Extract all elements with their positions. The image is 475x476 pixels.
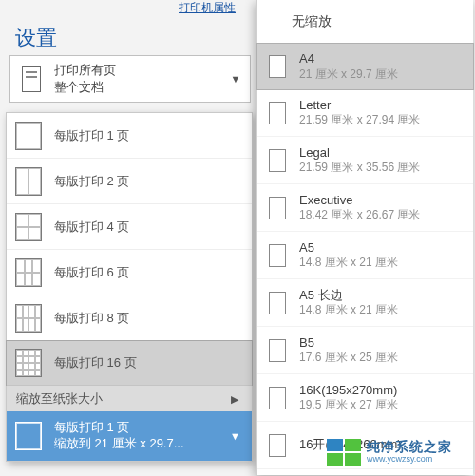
- paper-size-b5[interactable]: B517.6 厘米 x 25 厘米: [257, 327, 473, 374]
- paper-size-dim: 18.42 厘米 x 26.67 厘米: [299, 208, 420, 222]
- pages-8-icon: [12, 302, 45, 334]
- paper-size-name: Executive: [299, 193, 420, 208]
- paper-icon: [265, 429, 290, 462]
- paper-size-dim: 17.6 厘米 x 25 厘米: [299, 351, 398, 365]
- pages-1-icon: [12, 420, 45, 452]
- paper-size-name: A5: [299, 240, 398, 256]
- paper-icon: [265, 382, 290, 414]
- paper-size-dim: 21 厘米 x 29.7 厘米: [299, 67, 398, 82]
- pps-item-4[interactable]: 每版打印 4 页: [7, 204, 252, 250]
- pages-per-sheet-menu: 每版打印 1 页每版打印 2 页每版打印 4 页每版打印 6 页每版打印 8 页…: [6, 112, 253, 462]
- current-pps-line2: 缩放到 21 厘米 x 29.7...: [54, 436, 184, 452]
- paper-size-a5-[interactable]: A5 长边14.8 厘米 x 21 厘米: [257, 279, 473, 327]
- pages-1-icon: [12, 120, 45, 152]
- paper-size-16-184x260mm-[interactable]: 16开(184x260mm): [257, 422, 473, 469]
- chevron-down-icon: ▼: [230, 430, 246, 442]
- pps-item-2[interactable]: 每版打印 2 页: [7, 159, 252, 204]
- paper-icon: [265, 192, 290, 224]
- paper-size-dim: 21.59 厘米 x 27.94 厘米: [299, 113, 420, 127]
- current-pps-line1: 每版打印 1 页: [54, 420, 184, 436]
- pps-label: 每版打印 16 页: [54, 354, 137, 371]
- pages-6-icon: [12, 257, 45, 289]
- paper-size-a5[interactable]: A514.8 厘米 x 21 厘米: [257, 232, 473, 279]
- pages-4-icon: [12, 211, 45, 243]
- chevron-right-icon: ▶: [231, 393, 238, 406]
- pps-label: 每版打印 8 页: [54, 310, 129, 327]
- scale-to-paper-size-item[interactable]: 缩放至纸张大小▶: [7, 385, 252, 411]
- paper-size-16k-195x270mm-[interactable]: 16K(195x270mm)19.5 厘米 x 27 厘米: [257, 374, 473, 422]
- paper-size-letter[interactable]: Letter21.59 厘米 x 27.94 厘米: [257, 89, 473, 137]
- printer-properties-link[interactable]: 打印机属性: [179, 0, 236, 16]
- pages-2-icon: [12, 165, 45, 198]
- current-pps-dropdown[interactable]: 每版打印 1 页缩放到 21 厘米 x 29.7...▼: [7, 411, 252, 461]
- paper-icon: [265, 334, 290, 367]
- paper-icon: [265, 239, 290, 272]
- pages-16-icon: [12, 347, 45, 379]
- pps-label: 每版打印 4 页: [54, 219, 129, 236]
- pps-item-1[interactable]: 每版打印 1 页: [7, 113, 252, 159]
- pps-item-6[interactable]: 每版打印 6 页: [7, 250, 252, 295]
- paper-size-name: Legal: [299, 145, 420, 161]
- paper-size-dim: 19.5 厘米 x 27 厘米: [299, 398, 398, 412]
- paper-size-name: A4: [299, 51, 398, 67]
- paper-size-name: Letter: [299, 98, 420, 113]
- paper-size-name: B5: [299, 335, 398, 351]
- paper-size-a4[interactable]: A421 厘米 x 29.7 厘米: [256, 43, 474, 90]
- pps-label: 每版打印 2 页: [54, 173, 129, 190]
- print-range-line2: 整个文档: [54, 79, 221, 96]
- pps-label: 每版打印 1 页: [54, 127, 129, 144]
- paper-size-dim: 14.8 厘米 x 21 厘米: [299, 303, 398, 317]
- pps-item-8[interactable]: 每版打印 8 页: [7, 295, 252, 341]
- paper-size-executive[interactable]: Executive18.42 厘米 x 26.67 厘米: [257, 184, 473, 232]
- document-icon: [14, 56, 48, 102]
- no-scaling-header[interactable]: 无缩放: [257, 0, 473, 44]
- settings-heading: 设置: [15, 24, 57, 52]
- paper-size-name: 16开(184x260mm): [299, 437, 402, 452]
- paper-size-name: A5 长边: [299, 288, 398, 303]
- print-range-dropdown[interactable]: 打印所有页 整个文档 ▼: [10, 55, 251, 103]
- paper-size-name: 16K(195x270mm): [299, 383, 398, 398]
- pps-label: 每版打印 6 页: [54, 264, 129, 281]
- print-range-text: 打印所有页 整个文档: [48, 62, 221, 95]
- paper-icon: [265, 144, 290, 177]
- pps-item-16[interactable]: 每版打印 16 页: [6, 340, 253, 386]
- print-range-line1: 打印所有页: [54, 62, 221, 79]
- paper-size-legal[interactable]: Legal21.59 厘米 x 35.56 厘米: [257, 137, 473, 184]
- paper-icon: [265, 287, 290, 319]
- paper-size-dim: 14.8 厘米 x 21 厘米: [299, 256, 398, 270]
- paper-icon: [265, 50, 290, 83]
- paper-size-dim: 21.59 厘米 x 35.56 厘米: [299, 161, 420, 175]
- chevron-down-icon: ▼: [221, 73, 250, 85]
- paper-icon: [265, 97, 290, 129]
- paper-size-flyout: 无缩放 A421 厘米 x 29.7 厘米Letter21.59 厘米 x 27…: [256, 0, 473, 475]
